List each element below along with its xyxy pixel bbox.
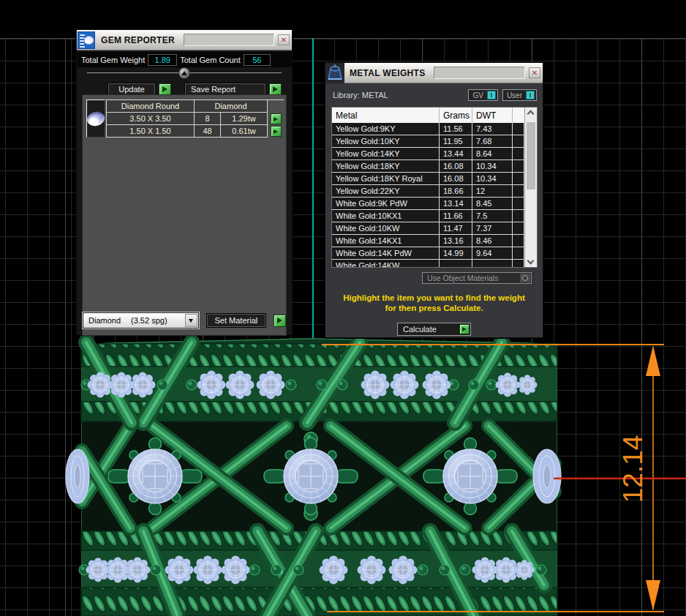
grams-header: Grams [440,108,472,123]
use-object-materials-button[interactable]: Use Object Materials [422,272,532,284]
total-gem-count-label: Total Gem Count [177,56,244,64]
close-icon[interactable]: ✕ [529,67,540,78]
titlebar-inset [184,34,274,46]
table-row[interactable]: White Gold:14KX113.168.46 [332,235,524,247]
metal-weights-panel[interactable]: METAL WEIGHTS ✕ Library: METAL GV I User… [325,62,543,338]
table-row[interactable]: White Gold:9K PdW13.148.45 [332,198,524,210]
panel-title: METAL WEIGHTS [344,68,425,78]
material-dropdown[interactable]: Diamond (3.52 spg) [83,312,199,328]
gem-thumbnail[interactable] [86,99,105,138]
scroll-up-icon[interactable] [527,110,535,118]
table-row[interactable]: White Gold:10KX111.667.5 [332,210,524,222]
dimension-arrow-up [646,345,660,376]
user-toggle-button[interactable]: User I [502,89,537,101]
material-header: Diamond [195,100,268,113]
toggle-indicator-icon: I [487,91,496,99]
total-gem-weight-label: Total Gem Weight [78,56,148,64]
set-material-go-icon[interactable] [274,315,286,327]
table-row[interactable]: 1.50 X 1.50 48 0.61tw [107,125,284,138]
panel-rollup [77,67,292,80]
total-gem-count-value: 56 [244,54,271,66]
calculate-go-icon [459,324,470,334]
table-row[interactable]: 3.50 X 3.50 8 1.29tw [107,113,284,125]
save-report-go-icon[interactable] [269,83,282,96]
gem-reporter-icon [77,30,96,50]
gem-row-go-icon[interactable] [271,126,282,137]
table-row[interactable]: White Gold:14KW [332,260,524,267]
table-row[interactable]: Yellow Gold:18KY Royal16.0810.34 [332,173,524,185]
toggle-indicator-icon: I [526,91,535,99]
metal-table-rows: Yellow Gold:9KY11.567.43Yellow Gold:10KY… [332,123,524,267]
table-row[interactable]: Yellow Gold:18KY16.0810.34 [332,160,524,173]
library-value: METAL [362,91,388,99]
gem-totals-bar: Total Gem Weight 1.89 Total Gem Count 56 [77,52,292,67]
table-header-row: Diamond Round Diamond [107,100,284,113]
scrollbar-thumb[interactable] [527,122,535,189]
gv-toggle-button[interactable]: GV I [468,89,497,101]
gem-row-go-icon[interactable] [271,113,282,124]
titlebar-inset [434,67,525,79]
calculate-button[interactable]: Calculate [397,323,471,336]
table-row[interactable]: Yellow Gold:10KY11.957.68 [332,135,524,148]
metal-header: Metal [332,108,440,123]
gem-reporter-titlebar[interactable]: GEM REPORTER ✕ [77,30,292,50]
gem-summary-table: Diamond Round Diamond 3.50 X 3.50 8 1.29… [86,99,282,138]
panel-title: GEM REPORTER [96,35,175,45]
set-material-button[interactable]: Set Material [206,313,266,328]
dimension-value: 12.14 [618,435,648,503]
instruction-text: Highlight the item you want to find the … [325,293,543,313]
table-row[interactable]: Yellow Gold:14KY13.448.64 [332,148,524,160]
table-row[interactable]: White Gold:14K PdW14.999.64 [332,247,524,260]
update-go-icon[interactable] [159,83,171,96]
rollup-button[interactable] [178,67,190,79]
shape-header: Diamond Round [107,100,195,113]
table-row[interactable]: Yellow Gold:9KY11.567.43 [332,123,524,135]
metal-weights-table: Metal Grams DWT Yellow Gold:9KY11.567.43… [331,107,538,268]
chevron-down-icon[interactable] [185,314,197,327]
dimension-arrow-down [646,580,660,611]
scroll-down-icon[interactable] [527,258,535,265]
table-row[interactable]: White Gold:10KW11.477.37 [332,222,524,235]
library-label: Library: [333,91,360,99]
chevron-up-icon [181,71,187,75]
close-icon[interactable]: ✕ [278,34,290,45]
total-gem-weight-value: 1.89 [148,54,177,66]
gem-report-area: Diamond Round Diamond 3.50 X 3.50 8 1.29… [82,94,287,336]
radio-icon [520,274,530,282]
scale-icon [325,63,344,83]
scrollbar[interactable] [524,108,537,267]
ring-model[interactable] [66,339,561,616]
dwt-header: DWT [472,108,513,123]
diamond-icon [86,110,106,127]
metal-weights-titlebar[interactable]: METAL WEIGHTS ✕ [325,63,543,83]
cad-viewport[interactable]: 12.14 GEM REPORTER ✕ [0,0,686,616]
gem-reporter-panel[interactable]: GEM REPORTER ✕ Total Gem Weight 1.89 Tot… [76,29,293,335]
table-row[interactable]: Yellow Gold:22KY18.6612 [332,185,524,198]
table-header-row: Metal Grams DWT [332,108,537,123]
